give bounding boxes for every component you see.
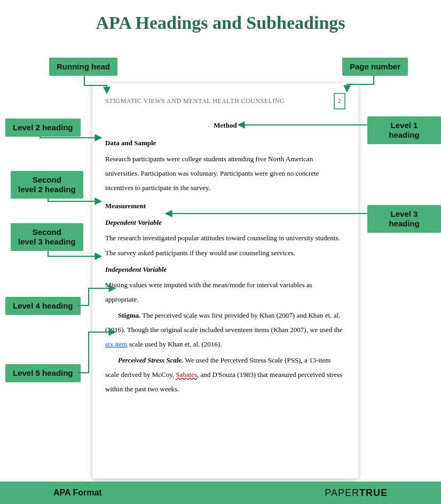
tag-level-4: Level 4 heading [5, 297, 81, 315]
page-title: APA Headings and Subheadings [0, 0, 441, 33]
heading-level-3-dependent: Dependent Variable [105, 215, 345, 230]
footer-bar: APA Format PAPERTRUE [0, 482, 441, 504]
heading-level-4: Stigma. [118, 311, 140, 319]
footer-label: APA Format [53, 488, 102, 498]
tag-level-1: Level 1 heading [367, 116, 441, 144]
paragraph-level-5: Perceived Stress Scale. We used the Perc… [105, 353, 345, 397]
text: scale used by Khan et. al. (2016). [128, 340, 222, 348]
hyperlink-text: six item [105, 340, 128, 348]
tag-level-3: Level 3 heading [367, 205, 441, 233]
tag-level-5: Level 5 heading [5, 364, 81, 382]
document-page: STIGMATIC VIEWS AND MENTAL HEALTH COUNSE… [92, 83, 358, 478]
heading-level-2-data-sample: Data and Sample [105, 136, 345, 150]
paragraph: Research participants were college stude… [105, 152, 345, 195]
heading-level-5: Perceived Stress Scale. [118, 356, 183, 364]
heading-level-3-independent: Independent Variable [105, 262, 345, 277]
page-number-box: 2 [334, 93, 346, 109]
running-head-text: STIGMATIC VIEWS AND MENTAL HEALTH COUNSE… [105, 94, 285, 108]
brand-thin: PAPER [325, 487, 359, 498]
heading-level-2-measurement: Measurement [105, 199, 345, 213]
text: The perceived scale was first provided b… [105, 311, 343, 334]
paragraph-level-4: Stigma. The perceived scale was first pr… [105, 308, 345, 352]
tag-second-level-3: Second level 3 heading [11, 223, 83, 251]
paragraph: Missing values were imputed with the mea… [105, 278, 345, 307]
tag-level-2: Level 2 heading [5, 119, 81, 137]
tag-running-head: Running head [49, 58, 117, 76]
paragraph: The research investigated popular attitu… [105, 231, 345, 260]
brand-bold: TRUE [359, 487, 388, 498]
heading-level-1: Method [105, 118, 345, 132]
brand-logo: PAPERTRUE [325, 487, 388, 499]
spellcheck-word: Sabates [176, 371, 197, 379]
tag-page-number: Page number [342, 58, 408, 76]
tag-second-level-2: Second level 2 heading [11, 171, 83, 199]
